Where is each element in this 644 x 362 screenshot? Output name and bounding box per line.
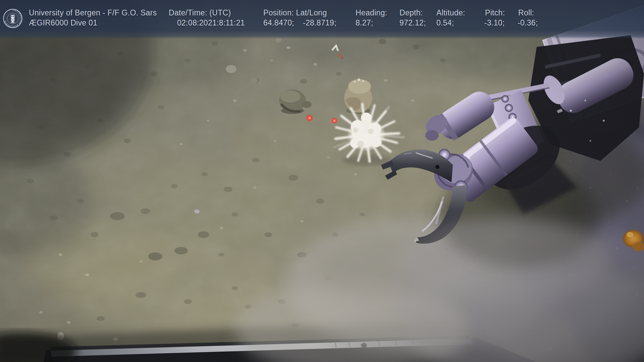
latitude-value: 64.8470; [263, 18, 294, 27]
pitch-label: Pitch: [485, 8, 505, 17]
longitude-value: -28.8719; [303, 18, 336, 27]
datetime-value: 02:08:2021:8:11:21 [177, 18, 245, 27]
heading-label: Heading: [356, 8, 387, 17]
datetime-label: Date/Time: (UTC) [169, 8, 231, 17]
vessel-title: University of Bergen - F/F G.O. Sars [29, 8, 157, 17]
altitude-label: Altitude: [436, 8, 465, 17]
telemetry-overlay-bar: UNIVERSITAS BERGENSIS University of Berg… [0, 0, 644, 39]
position-label: Position: Lat/Long [263, 8, 327, 17]
depth-value: 972.12; [399, 18, 426, 27]
dive-title: ÆGIR6000 Dive 01 [29, 18, 97, 27]
depth-label: Depth: [399, 8, 423, 17]
roll-label: Roll: [518, 8, 534, 17]
university-of-bergen-logo: UNIVERSITAS BERGENSIS [2, 8, 23, 29]
rov-video-frame: UNIVERSITAS BERGENSIS University of Berg… [0, 0, 644, 362]
altitude-value: 0.54; [436, 18, 454, 27]
seafloor-scene [0, 0, 644, 362]
pitch-value: -3.10; [484, 18, 505, 27]
roll-value: -0.36; [518, 18, 538, 27]
heading-value: 8.27; [356, 18, 373, 27]
film-grain [0, 0, 644, 362]
